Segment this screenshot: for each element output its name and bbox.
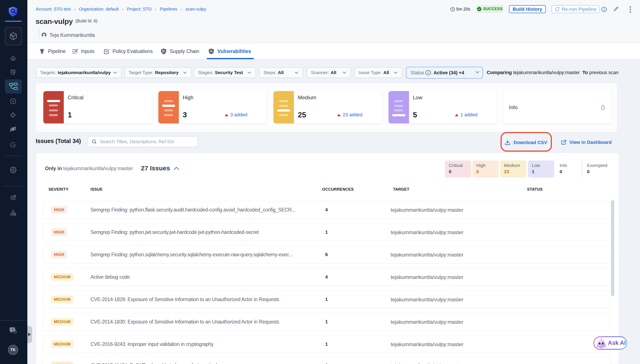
svg-text:?: ? <box>12 328 13 331</box>
